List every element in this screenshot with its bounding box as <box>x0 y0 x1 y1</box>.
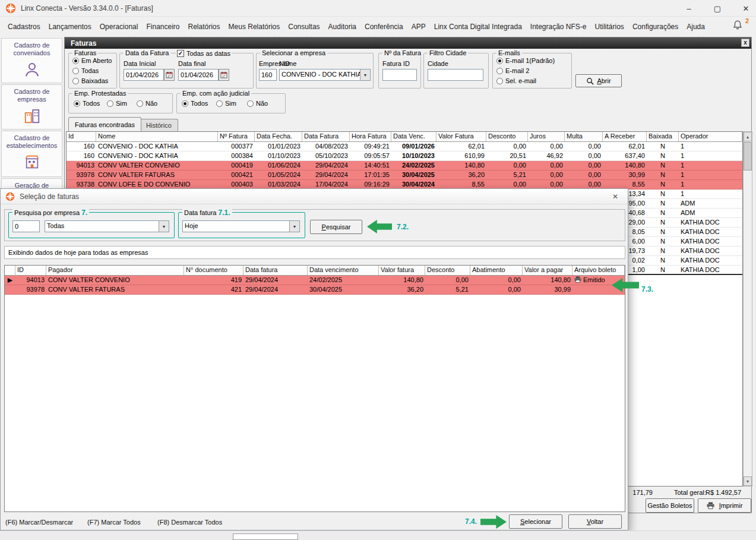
empresa-nome-select[interactable]: CONVENIO - DOC KATHIA ▼ <box>279 69 371 81</box>
imprimir-button[interactable]: Imprimir <box>698 498 751 513</box>
sidebar-item-cadastro-conveniados[interactable]: Cadastro de conveniados <box>1 38 62 83</box>
menu-item-linx-conta-digital[interactable]: Linx Conta Digital Integrada <box>430 20 526 33</box>
radio-baixadas[interactable]: Baixadas <box>72 77 108 84</box>
column-header[interactable]: Desconto <box>486 132 528 141</box>
table-row[interactable]: ▶94013CONV VALTER CONVENIO41929/04/20242… <box>5 276 625 285</box>
data-final-input[interactable] <box>178 69 219 81</box>
radio-protestadas-todos[interactable]: Todos <box>74 100 100 107</box>
column-header[interactable]: Abatimento <box>470 266 523 275</box>
radio-protestadas-nao[interactable]: Não <box>137 100 157 107</box>
column-header[interactable]: Valor Fatura <box>436 132 486 141</box>
menu-item-configuracoes[interactable]: Configurações <box>628 20 682 33</box>
radio-em-aberto[interactable]: Em Aberto <box>72 57 112 64</box>
table-cell: 637,40 <box>603 151 647 160</box>
column-header[interactable]: Data vencimento <box>308 266 379 275</box>
data-inicial-calendar-button[interactable]: 17 <box>164 69 175 81</box>
menu-item-financeiro[interactable]: Financeiro <box>142 20 184 33</box>
data-fatura-select[interactable]: Hoje ▼ <box>182 220 300 232</box>
step-label-7: 7. <box>81 209 87 217</box>
chevron-down-icon[interactable]: ▼ <box>360 70 370 80</box>
dialog-close-icon[interactable]: ✕ <box>609 191 622 203</box>
table-cell: 94013 <box>15 276 46 285</box>
sidebar-item-cadastro-empresas[interactable]: Cadastro de empresas <box>1 84 62 130</box>
scrollbar-thumb[interactable] <box>744 142 752 170</box>
column-header[interactable]: Juros <box>528 132 565 141</box>
radio-email-1[interactable]: E-mail 1(Padrão) <box>496 57 555 64</box>
voltar-button[interactable]: Voltar <box>568 514 622 529</box>
column-header[interactable]: Valor a pagar <box>523 266 572 275</box>
menu-item-operacional[interactable]: Operacional <box>96 20 143 33</box>
column-header[interactable]: Multa <box>565 132 603 141</box>
column-header[interactable]: Id <box>67 132 96 141</box>
column-header[interactable]: Nome <box>96 132 218 141</box>
menu-item-cadastros[interactable]: Cadastros <box>4 20 45 33</box>
table-row[interactable]: 94013CONV VALTER CONVENIO00041901/06/202… <box>67 161 742 170</box>
checkbox-todas-as-datas[interactable]: ✓ Todas as datas <box>176 50 232 57</box>
column-header[interactable]: Operador <box>679 132 742 141</box>
maximize-icon[interactable]: ▢ <box>712 4 723 13</box>
pesquisar-button[interactable]: Pesquisar <box>310 220 362 234</box>
panel-close-icon[interactable]: x <box>741 39 749 47</box>
column-header[interactable]: Desconto <box>425 266 470 275</box>
filter-group-cidade: Filtro Cidade Cidade <box>423 53 489 89</box>
column-header[interactable]: Nº Fatura <box>218 132 255 141</box>
column-header[interactable]: Hora Fatura <box>350 132 391 141</box>
table-row[interactable]: 93978CONV VALTER FATURAS00042101/05/2024… <box>67 170 742 180</box>
menu-item-relatorios[interactable]: Relatórios <box>184 20 224 33</box>
table-cell: 24/02/2025 <box>391 161 436 170</box>
column-header[interactable]: A Receber <box>603 132 647 141</box>
empres-id-input[interactable] <box>259 69 277 81</box>
empresa-id-input[interactable] <box>12 220 40 232</box>
column-header[interactable]: Data Fecha. <box>255 132 302 141</box>
scroll-up-icon[interactable]: ▲ <box>744 132 752 141</box>
column-header[interactable] <box>5 266 15 275</box>
cidade-input[interactable] <box>428 69 483 81</box>
menu-item-auditoria[interactable]: Auditoria <box>324 20 360 33</box>
radio-sel-email[interactable]: Sel. e-mail <box>496 77 536 84</box>
bell-icon[interactable] <box>732 20 743 30</box>
close-icon[interactable]: ✕ <box>741 4 751 13</box>
radio-email-2[interactable]: E-mail 2 <box>496 67 529 74</box>
empresa-select[interactable]: Todas ▼ <box>45 220 169 232</box>
tab-faturas-encontradas[interactable]: Faturas encontradas <box>68 117 141 131</box>
table-row[interactable]: 160CONVENIO - DOC KATHIA00038401/10/2023… <box>67 151 742 161</box>
column-header[interactable]: Valor fatura <box>379 266 425 275</box>
radio-judicial-todos[interactable]: Todos <box>182 100 208 107</box>
menu-item-integracao-nfse[interactable]: Integração NFS-e <box>526 20 591 33</box>
menu-item-lancamentos[interactable]: Lançamentos <box>45 20 96 33</box>
radio-protestadas-sim[interactable]: Sim <box>107 100 127 107</box>
column-header[interactable]: Data Fatura <box>302 132 350 141</box>
menu-item-meus-relatorios[interactable]: Meus Relatórios <box>224 20 284 33</box>
radio-judicial-sim[interactable]: Sim <box>216 100 236 107</box>
abrir-button[interactable]: Abrir <box>575 74 622 87</box>
menu-item-app[interactable]: APP <box>407 20 430 33</box>
menu-item-utilitarios[interactable]: Utilitários <box>591 20 628 33</box>
selecionar-button[interactable]: Selecionar <box>509 514 562 529</box>
sidebar-item-cadastro-estabelecimentos[interactable]: Cadastro de estabelecimentos <box>1 131 62 177</box>
column-header[interactable]: ID <box>15 266 46 275</box>
column-header[interactable]: Data Venc. <box>391 132 436 141</box>
data-inicial-input[interactable] <box>124 69 164 81</box>
table-row[interactable]: 93978CONV VALTER FATURAS42129/04/202430/… <box>5 285 625 295</box>
menu-item-consultas[interactable]: Consultas <box>284 20 324 33</box>
column-header[interactable]: Data fatura <box>243 266 308 275</box>
data-final-calendar-button[interactable]: 17 <box>219 69 229 81</box>
chevron-down-icon[interactable]: ▼ <box>289 221 299 232</box>
column-header[interactable]: Baixada <box>647 132 679 141</box>
chevron-down-icon[interactable]: ▼ <box>159 221 169 232</box>
radio-judicial-nao[interactable]: Não <box>247 100 268 107</box>
table-row[interactable]: 160CONVENIO - DOC KATHIA00037701/01/2023… <box>67 142 742 151</box>
column-header[interactable]: Arquivo boleto <box>572 266 625 275</box>
vertical-scrollbar[interactable]: ▲ ▼ <box>743 131 752 487</box>
fatura-id-input[interactable] <box>382 69 417 81</box>
menu-item-ajuda[interactable]: Ajuda <box>682 20 709 33</box>
gestao-boletos-button[interactable]: Gestão Boletos <box>646 498 694 513</box>
column-header[interactable]: Pagador <box>46 266 184 275</box>
column-header[interactable]: N° documento <box>184 266 243 275</box>
menu-item-conferencia[interactable]: Conferência <box>360 20 407 33</box>
tab-historico[interactable]: Histórico <box>140 119 178 131</box>
radio-todas[interactable]: Todas <box>72 67 99 74</box>
scroll-down-icon[interactable]: ▼ <box>744 476 752 486</box>
table-cell: 93978 <box>67 170 96 179</box>
minimize-icon[interactable]: – <box>684 4 694 13</box>
